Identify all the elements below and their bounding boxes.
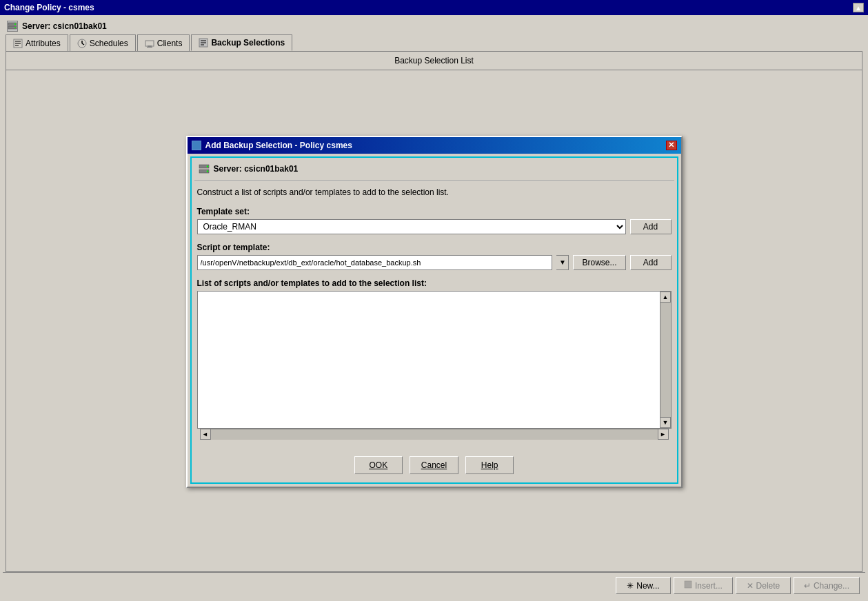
svg-rect-12 [148, 45, 152, 47]
horizontal-scrollbar[interactable]: ◄ ► [200, 429, 669, 440]
dialog-inner: Server: csicn01bak01 Construct a list of… [190, 156, 678, 484]
tab-schedules[interactable]: Schedules [70, 34, 136, 51]
svg-rect-22 [685, 581, 692, 588]
script-template-row: ▼ Browse... Add [197, 255, 672, 270]
insert-button[interactable]: Insert... [674, 577, 733, 594]
scroll-down-btn[interactable]: ▼ [660, 417, 671, 428]
cancel-button[interactable]: Cancel [410, 456, 458, 474]
dialog-title-bar: Add Backup Selection - Policy csmes ✕ [188, 137, 681, 154]
vertical-scrollbar[interactable]: ▲ ▼ [660, 292, 671, 428]
content-area: Backup Selection List Add Backup Selecti… [6, 51, 862, 572]
dialog-server-label: Server: csicn01bak01 [214, 164, 299, 174]
svg-point-2 [14, 23, 16, 25]
svg-rect-11 [145, 41, 154, 46]
template-set-group: Template set: Oracle_RMAN Add [194, 207, 674, 234]
scroll-track-h[interactable] [211, 429, 658, 440]
tab-bar: Attributes Schedules Clients [3, 34, 865, 51]
script-template-input[interactable] [197, 255, 553, 270]
script-template-label: Script or template: [197, 243, 672, 252]
dialog-footer: OOK Cancel Help [194, 448, 674, 480]
tab-clients-label: Clients [157, 39, 183, 48]
browse-button[interactable]: Browse... [573, 255, 625, 270]
svg-point-21 [206, 170, 208, 172]
list-group: List of scripts and/or templates to add … [194, 278, 674, 440]
svg-point-3 [14, 27, 16, 28]
scroll-left-btn[interactable]: ◄ [200, 429, 211, 440]
dialog-title-left: Add Backup Selection - Policy csmes [192, 141, 352, 150]
tab-backup-selections[interactable]: Backup Selections [191, 34, 292, 51]
tab-attributes[interactable]: Attributes [6, 34, 68, 51]
script-add-button[interactable]: Add [630, 255, 672, 270]
dialog-overlay: Add Backup Selection - Policy csmes ✕ [6, 52, 862, 571]
scroll-up-btn[interactable]: ▲ [660, 292, 671, 303]
delete-button[interactable]: ✕ Delete [736, 577, 791, 594]
tab-clients[interactable]: Clients [137, 34, 190, 51]
add-backup-selection-dialog: Add Backup Selection - Policy csmes ✕ [186, 136, 683, 488]
dialog-title-icon [192, 141, 201, 150]
template-set-row: Oracle_RMAN Add [197, 219, 672, 234]
template-set-select-wrapper: Oracle_RMAN [197, 219, 626, 234]
window-title: Change Policy - csmes [4, 3, 94, 12]
scroll-right-btn[interactable]: ► [658, 429, 669, 440]
server-label: Server: csicn01bak01 [22, 21, 107, 31]
svg-point-20 [206, 165, 208, 167]
maximize-button[interactable]: ▲ [853, 3, 864, 12]
tab-schedules-label: Schedules [90, 39, 128, 48]
schedules-tab-icon [77, 39, 87, 48]
help-button[interactable]: Help [465, 456, 514, 474]
server-icon [7, 21, 18, 32]
title-bar-controls: ▲ [853, 3, 864, 12]
tab-attributes-label: Attributes [26, 39, 61, 48]
ok-button[interactable]: OOK [354, 456, 403, 474]
new-button[interactable]: ✳ New... [616, 577, 671, 594]
template-set-add-button[interactable]: Add [630, 219, 672, 234]
scroll-track-v[interactable] [660, 303, 671, 417]
tab-backup-selections-label: Backup Selections [211, 38, 285, 48]
attributes-tab-icon [13, 39, 23, 48]
change-icon: ↵ [804, 581, 811, 591]
dialog-server-header: Server: csicn01bak01 [194, 161, 674, 181]
script-template-dropdown-arrow[interactable]: ▼ [556, 255, 569, 270]
new-icon: ✳ [627, 581, 634, 591]
dialog-title-text: Add Backup Selection - Policy csmes [205, 141, 352, 150]
clients-tab-icon [145, 39, 154, 48]
list-area: ▲ ▼ [197, 291, 672, 429]
change-button[interactable]: ↵ Change... [794, 577, 860, 594]
svg-rect-13 [147, 47, 152, 48]
template-set-select[interactable]: Oracle_RMAN [197, 219, 626, 234]
script-template-group: Script or template: ▼ Browse... Add [194, 243, 674, 270]
main-window: Server: csicn01bak01 Attributes [0, 15, 868, 601]
dialog-close-button[interactable]: ✕ [666, 141, 677, 150]
list-label: List of scripts and/or templates to add … [197, 278, 672, 288]
bottom-toolbar: ✳ New... Insert... ✕ Delete ↵ Change... [3, 572, 865, 598]
backup-selections-tab-icon [199, 38, 208, 48]
delete-icon: ✕ [747, 581, 754, 591]
dialog-description: Construct a list of scripts and/or templ… [194, 187, 674, 197]
insert-icon [684, 580, 692, 591]
server-header: Server: csicn01bak01 [3, 18, 865, 34]
title-bar: Change Policy - csmes ▲ [0, 0, 868, 15]
template-set-label: Template set: [197, 207, 672, 216]
dialog-server-icon [199, 163, 210, 174]
